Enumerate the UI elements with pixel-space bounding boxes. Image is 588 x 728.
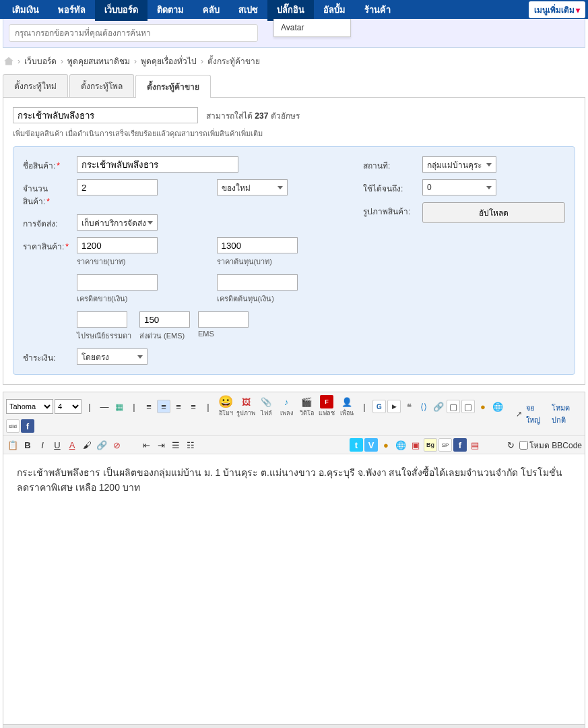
cost-price-input[interactable]: [217, 237, 298, 253]
palette-icon[interactable]: ▦: [112, 400, 126, 413]
align-right-icon[interactable]: ≡: [172, 400, 185, 413]
video-icon[interactable]: 🎬: [300, 395, 313, 408]
ship-ems-input[interactable]: [139, 311, 190, 328]
redo-icon[interactable]: ↻: [504, 438, 518, 452]
mention-icon[interactable]: 👤: [340, 395, 354, 408]
attach-icon[interactable]: 📎: [259, 395, 273, 408]
globe-icon[interactable]: 🌐: [491, 400, 504, 413]
sell-price-input[interactable]: [77, 237, 158, 253]
price-label: ราคาสินค้า:*: [23, 237, 70, 268]
breadcrumb-link[interactable]: เว็บบอร์ด: [24, 55, 57, 67]
breadcrumb-current: ตั้งกระทู้ค้าขาย: [207, 55, 260, 67]
credit-sell-input[interactable]: [77, 274, 158, 291]
nav-item[interactable]: สเปซ: [229, 0, 267, 21]
plugin-dropdown-item[interactable]: Avatar: [273, 19, 351, 37]
twitter-icon[interactable]: t: [350, 438, 363, 452]
ol-icon[interactable]: ☰: [169, 438, 183, 452]
nav-item[interactable]: เติมเงิน: [3, 0, 48, 21]
breadcrumb-link[interactable]: พูดคุยเรื่องทั่วไป: [141, 55, 197, 67]
tab-newpost[interactable]: ตั้งกระทู้ใหม่: [3, 74, 68, 97]
youtube-icon[interactable]: ▶: [387, 400, 401, 413]
condition-select[interactable]: ของใหม่: [217, 179, 288, 195]
expand-icon[interactable]: ↗: [516, 410, 522, 419]
globe2-icon[interactable]: 🌐: [394, 438, 407, 452]
nav-item[interactable]: ร้านค้า: [355, 0, 400, 21]
link2-icon[interactable]: 🔗: [95, 438, 108, 452]
align-justify-icon[interactable]: ≡: [187, 400, 200, 413]
outdent-icon[interactable]: ⇤: [139, 438, 153, 452]
coin-icon[interactable]: ●: [476, 400, 490, 413]
code-icon[interactable]: ⟨⟩: [417, 400, 430, 413]
facebook-icon[interactable]: f: [21, 419, 34, 433]
bgcolor-icon[interactable]: 🖌: [80, 438, 94, 452]
separator-icon: |: [127, 400, 141, 413]
fullscreen-link[interactable]: จอใหญ่: [526, 402, 548, 426]
unlink-icon[interactable]: ⊘: [110, 438, 123, 452]
delivery-select[interactable]: เก็บค่าบริการจัดส่ง: [77, 214, 158, 231]
bg-icon[interactable]: Bg: [424, 438, 437, 452]
cost-price-sublabel: ราคาต้นทุน(บาท): [217, 255, 350, 268]
nav-item-plugin[interactable]: ปลั๊กอิน: [267, 0, 314, 21]
credit-cost-input[interactable]: [217, 274, 298, 291]
paste-icon[interactable]: 📋: [6, 438, 20, 452]
facebook2-icon[interactable]: f: [453, 438, 467, 452]
fontsize-select[interactable]: 4: [55, 399, 81, 414]
nav-item[interactable]: ติดตาม: [148, 0, 193, 21]
qty-label: จำนวนสินค้า:*: [23, 179, 70, 208]
tab-trade[interactable]: ตั้งกระทู้ค้าขาย: [135, 75, 211, 98]
delivery-label: การจัดส่ง:: [23, 214, 70, 231]
pdf-icon[interactable]: ▤: [468, 438, 482, 452]
nav-item[interactable]: อัลบั้ม: [314, 0, 355, 21]
payment-label: ชำระเงิน:: [23, 348, 70, 365]
ul-icon[interactable]: ☷: [184, 438, 197, 452]
align-left-icon[interactable]: ≡: [142, 400, 156, 413]
indent-icon[interactable]: ⇥: [154, 438, 168, 452]
char-limit: สามารถใส่ได้ 237 ตัวอักษร: [206, 109, 300, 122]
sp-icon[interactable]: SP: [438, 438, 452, 452]
breadcrumb: › เว็บบอร์ด› พูดคุยสนทนาดิชม› พูดคุยเรื่…: [0, 48, 588, 74]
rich-editor: Tahoma 4 | — ▦ | ≡ ≡ ≡ ≡ | 😀อิโมฯ 🖼รูปภา…: [3, 392, 585, 728]
coin2-icon[interactable]: ●: [379, 438, 393, 452]
upload-button[interactable]: อัปโหลด: [422, 202, 565, 223]
link-icon[interactable]: 🔗: [432, 400, 445, 413]
align-center-icon[interactable]: ≡: [157, 400, 170, 413]
capture-icon[interactable]: ▣: [409, 438, 422, 452]
product-name-label: ชื่อสินค้า:*: [23, 156, 70, 173]
slideshow-icon[interactable]: slid: [6, 419, 20, 433]
image-icon[interactable]: 🖼: [239, 395, 253, 408]
smiley-icon[interactable]: 😀: [219, 395, 232, 408]
music-icon[interactable]: ♪: [280, 395, 293, 408]
bold-icon[interactable]: B: [21, 438, 34, 452]
home-icon[interactable]: [4, 57, 13, 65]
editor-body[interactable]: กระเช้าพลับพลึงธาร เป็นผลิตของกลุ่มแม่บ้…: [3, 454, 585, 724]
bbcode-checkbox[interactable]: [519, 441, 528, 450]
expire-select[interactable]: 0: [422, 179, 496, 195]
breadcrumb-link[interactable]: พูดคุยสนทนาดิชม: [67, 55, 130, 67]
nav-item[interactable]: เว็บบอร์ด: [95, 0, 148, 21]
font-select[interactable]: Tahoma: [6, 399, 53, 414]
clear-format-icon[interactable]: —: [98, 400, 111, 413]
underline-icon[interactable]: U: [51, 438, 64, 452]
search-input[interactable]: [9, 24, 258, 42]
italic-icon[interactable]: I: [36, 438, 49, 452]
payment-select[interactable]: โดยตรง: [77, 348, 148, 365]
more-menu-button[interactable]: เมนูเพิ่มเติม▾: [529, 1, 585, 18]
nav-item[interactable]: พอร์ทัล: [48, 0, 95, 21]
vimeo-icon[interactable]: V: [364, 438, 378, 452]
fontcolor-icon[interactable]: A: [65, 438, 79, 452]
qty-input[interactable]: [77, 179, 158, 195]
thread-title-input[interactable]: [13, 107, 198, 123]
product-name-input[interactable]: [77, 156, 238, 173]
expire-label: ใช้ได้จนถึง:: [363, 179, 417, 195]
google-icon[interactable]: G: [372, 400, 386, 413]
embed-icon[interactable]: ▢: [447, 400, 460, 413]
ship-normal-input[interactable]: [77, 311, 127, 328]
media-icon[interactable]: ▢: [461, 400, 475, 413]
quote-icon[interactable]: ❝: [402, 400, 416, 413]
nav-item[interactable]: คลับ: [193, 0, 229, 21]
ship-ems2-input[interactable]: [198, 311, 249, 328]
normal-mode-link[interactable]: โหมดปกติ: [552, 402, 582, 426]
tab-poll[interactable]: ตั้งกระทู้โพล: [69, 74, 134, 97]
location-select[interactable]: กลุ่มแม่บ้านคุระ: [422, 156, 496, 173]
flash-icon[interactable]: F: [320, 395, 333, 408]
